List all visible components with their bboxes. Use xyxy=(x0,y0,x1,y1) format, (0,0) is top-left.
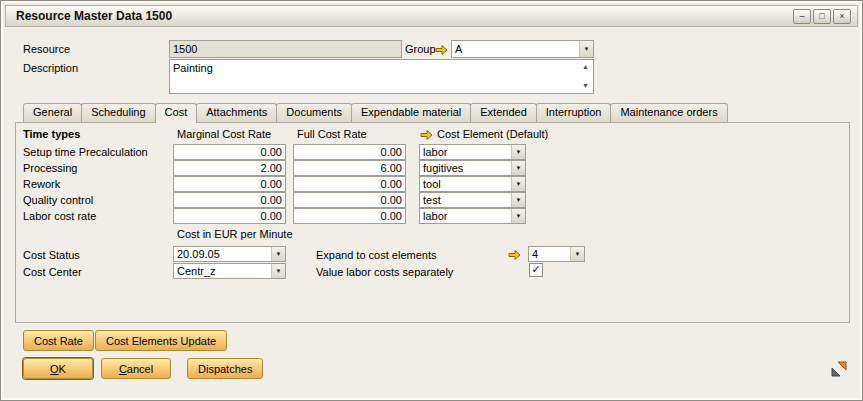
description-label: Description xyxy=(23,62,78,74)
cost-element-select[interactable]: labor ▼ xyxy=(419,208,526,224)
chevron-down-icon: ▼ xyxy=(579,41,593,57)
minimize-icon[interactable]: – xyxy=(793,9,811,24)
chevron-down-icon: ▼ xyxy=(271,264,285,278)
group-select[interactable]: A ▼ xyxy=(451,40,594,58)
marginal-cost-input[interactable] xyxy=(173,176,286,192)
row-label-rework: Rework xyxy=(23,178,60,190)
cost-center-label: Cost Center xyxy=(23,266,82,278)
scroll-down-icon[interactable]: ▼ xyxy=(582,82,589,89)
resource-label: Resource xyxy=(23,43,70,55)
row-label-processing: Processing xyxy=(23,162,77,174)
cost-unit-note: Cost in EUR per Minute xyxy=(177,228,293,240)
cost-rate-button[interactable]: Cost Rate xyxy=(23,330,94,351)
tab-attachments[interactable]: Attachments xyxy=(196,103,277,122)
cost-element-select[interactable]: tool ▼ xyxy=(419,176,526,192)
dispatches-button[interactable]: Dispatches xyxy=(187,358,263,379)
link-arrow-icon[interactable] xyxy=(435,42,448,60)
resource-master-data-window: Resource Master Data 1500 – □ × Resource… xyxy=(0,0,863,401)
column-header-marginal-cost-rate: Marginal Cost Rate xyxy=(177,128,271,140)
cost-element-select[interactable]: labor ▼ xyxy=(419,144,526,160)
marginal-cost-input[interactable] xyxy=(173,144,286,160)
chevron-down-icon: ▼ xyxy=(271,247,285,261)
full-cost-input[interactable] xyxy=(293,176,406,192)
tab-bar: General Scheduling Cost Attachments Docu… xyxy=(23,103,727,123)
description-input[interactable]: Painting xyxy=(169,59,594,94)
window-controls: – □ × xyxy=(793,9,851,24)
cost-center-select[interactable]: Centr_z ▼ xyxy=(173,263,286,279)
chevron-down-icon: ▼ xyxy=(511,193,525,207)
scroll-up-icon[interactable]: ▲ xyxy=(582,63,589,70)
expand-to-cost-elements-select[interactable]: 4 ▼ xyxy=(528,246,585,262)
full-cost-input[interactable] xyxy=(293,208,406,224)
value-labor-costs-checkbox[interactable]: ✓ xyxy=(529,263,543,277)
value-labor-costs-label: Value labor costs separately xyxy=(316,266,453,278)
cost-element-select[interactable]: fugitives ▼ xyxy=(419,160,526,176)
row-label-quality-control: Quality control xyxy=(23,194,93,206)
cancel-button[interactable]: Cancel xyxy=(101,358,171,379)
column-header-cost-element: Cost Element (Default) xyxy=(437,128,548,140)
tab-extended[interactable]: Extended xyxy=(470,103,536,122)
cost-element-select[interactable]: test ▼ xyxy=(419,192,526,208)
chevron-down-icon: ▼ xyxy=(511,161,525,175)
link-arrow-icon[interactable] xyxy=(420,127,433,145)
titlebar[interactable]: Resource Master Data 1500 – □ × xyxy=(5,5,858,27)
expand-to-cost-elements-label: Expand to cost elements xyxy=(316,249,436,261)
tab-general[interactable]: General xyxy=(23,103,82,122)
resource-input[interactable] xyxy=(169,40,402,58)
row-label-setup-time: Setup time Precalculation xyxy=(23,146,148,158)
full-cost-input[interactable] xyxy=(293,192,406,208)
marginal-cost-input[interactable] xyxy=(173,208,286,224)
tab-maintenance-orders[interactable]: Maintenance orders xyxy=(610,103,727,122)
full-cost-input[interactable] xyxy=(293,160,406,176)
tab-expendable-material[interactable]: Expendable material xyxy=(351,103,471,122)
marginal-cost-input[interactable] xyxy=(173,192,286,208)
tab-scheduling[interactable]: Scheduling xyxy=(81,103,155,122)
tab-interruption[interactable]: Interruption xyxy=(536,103,612,122)
link-arrow-icon[interactable] xyxy=(508,247,521,265)
window-title: Resource Master Data 1500 xyxy=(16,9,172,23)
close-icon[interactable]: × xyxy=(833,9,851,24)
group-select-value: A xyxy=(452,41,579,57)
ok-button[interactable]: OK xyxy=(23,358,93,379)
column-header-time-types: Time types xyxy=(23,128,80,140)
cost-status-select[interactable]: 20.09.05 ▼ xyxy=(173,246,286,262)
chevron-down-icon: ▼ xyxy=(511,209,525,223)
chevron-down-icon: ▼ xyxy=(511,177,525,191)
tab-documents[interactable]: Documents xyxy=(276,103,352,122)
row-label-labor-cost-rate: Labor cost rate xyxy=(23,210,96,222)
maximize-icon[interactable]: □ xyxy=(813,9,831,24)
resize-grip-icon[interactable] xyxy=(831,361,847,377)
cost-status-label: Cost Status xyxy=(23,249,80,261)
marginal-cost-input[interactable] xyxy=(173,160,286,176)
tab-cost[interactable]: Cost xyxy=(155,103,198,123)
cost-elements-update-button[interactable]: Cost Elements Update xyxy=(95,330,227,351)
chevron-down-icon: ▼ xyxy=(570,247,584,261)
column-header-full-cost-rate: Full Cost Rate xyxy=(297,128,367,140)
checkmark-icon: ✓ xyxy=(531,263,540,275)
chevron-down-icon: ▼ xyxy=(511,145,525,159)
full-cost-input[interactable] xyxy=(293,144,406,160)
group-label: Group xyxy=(405,43,436,55)
